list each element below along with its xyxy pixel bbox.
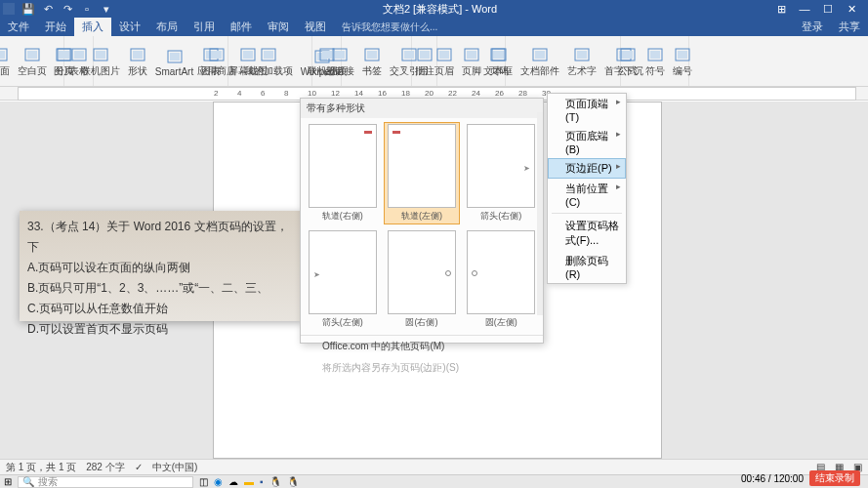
- tab-design[interactable]: 设计: [111, 18, 148, 36]
- close-icon[interactable]: ✕: [845, 3, 858, 16]
- 空白页-icon: [22, 46, 42, 63]
- open-icon[interactable]: ▾: [100, 2, 113, 16]
- new-icon[interactable]: ▫: [80, 2, 94, 16]
- tab-view[interactable]: 视图: [297, 18, 334, 36]
- ribbon-tabs: 文件 开始 插入 设计 布局 引用 邮件 审阅 视图 告诉我您想要做什么... …: [0, 18, 868, 36]
- qq-icon[interactable]: 🐧: [269, 476, 281, 487]
- status-language[interactable]: 中文(中国): [152, 461, 198, 474]
- page-number-menu-item[interactable]: 设置页码格式(F)...: [548, 216, 626, 251]
- minimize-icon[interactable]: —: [798, 3, 811, 16]
- video-time: 00:46 / 120:00: [741, 473, 804, 484]
- 联机图片-icon: [91, 46, 110, 63]
- page-number-menu-item[interactable]: 当前位置(C)▸: [548, 179, 626, 211]
- start-icon[interactable]: ⊞: [4, 476, 12, 487]
- 应用商店-icon: [207, 46, 227, 63]
- page-number-menu-item[interactable]: 页面顶端(T)▸: [548, 94, 626, 126]
- cloud-icon[interactable]: ☁: [228, 476, 238, 487]
- explorer-icon[interactable]: ▬: [244, 476, 254, 487]
- ribbon-btn-编号[interactable]: 编号: [670, 38, 695, 86]
- tab-review[interactable]: 审阅: [260, 18, 297, 36]
- gallery-thumb: [309, 124, 377, 208]
- 公式-icon: [618, 46, 638, 63]
- ribbon-btn-超链接[interactable]: 超链接: [322, 38, 357, 86]
- ribbon-btn-形状[interactable]: 形状: [125, 38, 150, 86]
- ribbon-btn-空白页[interactable]: 空白页: [15, 38, 50, 86]
- 编号-icon: [673, 46, 692, 63]
- page-number-menu-item[interactable]: 页边距(P)▸: [548, 158, 626, 179]
- svg-rect-25: [264, 51, 273, 59]
- quiz-option-b: B.页码只可用“1、2、3、……”或“一、二、三、: [27, 278, 295, 299]
- tab-file[interactable]: 文件: [0, 18, 37, 36]
- gallery-item-圆(右侧)[interactable]: 圆(右侧): [384, 228, 459, 331]
- ribbon-btn-符号[interactable]: 符号: [642, 38, 668, 86]
- tab-references[interactable]: 引用: [186, 18, 223, 36]
- save-icon[interactable]: 💾: [21, 2, 35, 16]
- 书签-icon: [362, 46, 382, 63]
- gallery-thumb: [388, 230, 456, 314]
- gallery-item-轨道(右侧)[interactable]: 轨道(右侧): [305, 122, 380, 224]
- ribbon-btn-图片[interactable]: 图片: [51, 38, 76, 86]
- gallery-item-圆(左侧)[interactable]: 圆(左侧): [464, 228, 539, 331]
- edge-icon[interactable]: ◉: [214, 476, 223, 487]
- gallery-thumb: [467, 230, 535, 314]
- tell-me[interactable]: 告诉我您想要做什么...: [334, 18, 445, 36]
- gallery-grid: 轨道(右侧)轨道(左侧)➤箭头(右侧)➤箭头(左侧)圆(右侧)圆(左侧): [301, 118, 543, 335]
- ribbon-btn-联机图片[interactable]: 联机图片: [78, 38, 123, 86]
- tab-layout[interactable]: 布局: [148, 18, 186, 36]
- share[interactable]: 共享: [831, 18, 868, 36]
- status-words[interactable]: 282 个字: [86, 461, 124, 474]
- ribbon-btn-文本框[interactable]: 文本框: [480, 38, 516, 86]
- tab-home[interactable]: 开始: [37, 18, 74, 36]
- gallery-thumb: [388, 124, 456, 208]
- ribbon-btn-艺术字[interactable]: 艺术字: [564, 38, 599, 86]
- svg-rect-11: [59, 51, 68, 59]
- gallery-item-轨道(左侧)[interactable]: 轨道(左侧): [384, 122, 459, 224]
- word-icon: [2, 2, 16, 16]
- ribbon: 封面空白页分页表格图片联机图片形状SmartArt图表屏幕截图应用商店我的加载项…: [0, 36, 868, 87]
- 形状-icon: [128, 46, 147, 63]
- ribbon-btn-应用商店[interactable]: 应用商店: [194, 38, 239, 86]
- undo-icon[interactable]: ↶: [41, 2, 55, 16]
- ribbon-btn-公式[interactable]: 公式: [615, 38, 641, 86]
- ribbon-btn-SmartArt[interactable]: SmartArt: [152, 38, 196, 86]
- page-number-gallery: 带有多种形状 轨道(右侧)轨道(左侧)➤箭头(右侧)➤箭头(左侧)圆(右侧)圆(…: [300, 98, 544, 344]
- tab-mailings[interactable]: 邮件: [223, 18, 260, 36]
- svg-rect-47: [535, 51, 545, 59]
- page-number-menu-item[interactable]: 页面底端(B)▸: [548, 126, 626, 158]
- search-icon: 🔍: [22, 476, 34, 487]
- quick-access-toolbar: 💾 ↶ ↷ ▫ ▾: [2, 2, 113, 16]
- word-taskbar-icon[interactable]: ▪: [260, 476, 264, 487]
- ribbon-group-加载项: 应用商店我的加载项Wikipedia: [228, 36, 312, 86]
- quiz-option-c: C.页码可以从任意数值开始: [27, 299, 295, 319]
- stop-record-button[interactable]: 结束录制: [809, 470, 860, 486]
- ribbon-group-链接: 超链接书签交叉引用: [342, 36, 412, 86]
- gallery-item-箭头(左侧)[interactable]: ➤箭头(左侧): [305, 228, 380, 331]
- taskbar-search[interactable]: 🔍 搜索: [18, 476, 193, 488]
- svg-rect-31: [335, 51, 345, 59]
- gallery-scrollbar[interactable]: [537, 112, 543, 315]
- gallery-more-office[interactable]: Office.com 中的其他页码(M): [301, 336, 543, 357]
- page-number-menu-item[interactable]: 删除页码(R): [548, 251, 626, 283]
- quiz-option-a: A.页码可以设在页面的纵向两侧: [27, 258, 295, 278]
- redo-icon[interactable]: ↷: [61, 2, 74, 16]
- gallery-thumb: ➤: [467, 124, 535, 208]
- 页眉-icon: [434, 46, 454, 63]
- window-title: 文档2 [兼容模式] - Word: [113, 2, 766, 17]
- maximize-icon[interactable]: ☐: [821, 3, 835, 16]
- ribbon-btn-封面[interactable]: 封面: [0, 38, 13, 86]
- task-view-icon[interactable]: ◫: [199, 476, 208, 487]
- 符号-icon: [645, 46, 665, 63]
- ribbon-btn-文档部件[interactable]: 文档部件: [517, 38, 562, 86]
- tab-insert[interactable]: 插入: [74, 18, 111, 36]
- status-spellcheck-icon[interactable]: ✓: [135, 462, 143, 472]
- ribbon-btn-我的加载项[interactable]: 我的加载项: [241, 38, 296, 86]
- svg-rect-53: [623, 51, 633, 59]
- sign-in[interactable]: 登录: [794, 18, 831, 36]
- ribbon-options-icon[interactable]: ⊞: [774, 3, 788, 16]
- status-page[interactable]: 第 1 页，共 1 页: [6, 461, 76, 474]
- ribbon-btn-书签[interactable]: 书签: [359, 38, 385, 86]
- ribbon-btn-页眉[interactable]: 页眉: [432, 38, 457, 86]
- gallery-item-箭头(右侧)[interactable]: ➤箭头(右侧): [464, 122, 539, 224]
- svg-rect-39: [439, 51, 449, 59]
- qq-icon-2[interactable]: 🐧: [287, 476, 299, 487]
